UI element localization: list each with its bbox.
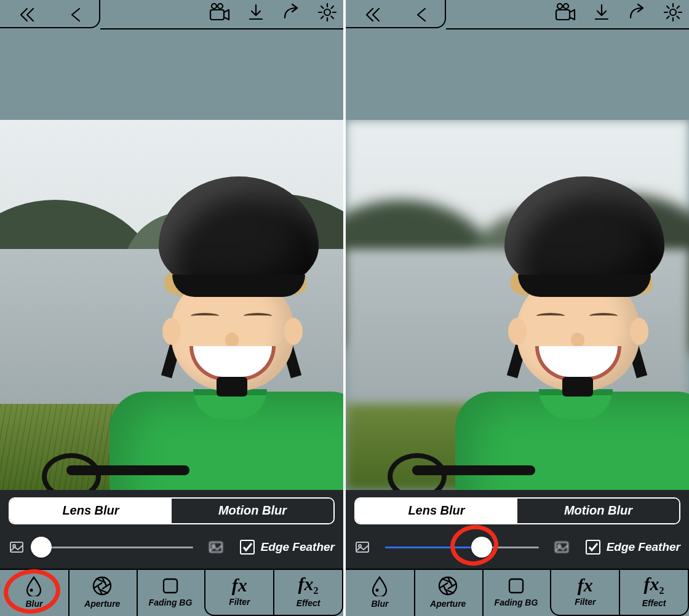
camera-icon[interactable] (554, 2, 576, 25)
mode-aperture-label: Aperture (84, 599, 120, 609)
svg-point-12 (557, 4, 562, 9)
mode-fadingbg[interactable]: Fading BG (482, 569, 551, 616)
photo-canvas[interactable] (346, 120, 689, 490)
mode-blur-label: Blur (25, 599, 42, 609)
image-min-icon (9, 539, 25, 555)
mode-fadingbg-label: Fading BG (495, 598, 538, 607)
image-max-icon (554, 539, 570, 555)
pane-right: Lens Blur Motion Blur Edge Feather (346, 0, 689, 616)
image-max-icon (208, 539, 224, 555)
top-bar (0, 0, 343, 30)
drop-icon (25, 575, 43, 596)
fx2-icon: fx2 (298, 575, 319, 596)
mode-effect-label: Effect (642, 598, 666, 608)
canvas-background (346, 30, 689, 120)
mode-filter-label: Filter (229, 597, 250, 607)
svg-rect-0 (210, 10, 224, 20)
segment-lens-blur[interactable]: Lens Blur (10, 499, 172, 523)
camera-icon[interactable] (208, 2, 230, 25)
active-mode-indicator (374, 563, 385, 569)
back-all-button[interactable] (4, 1, 52, 28)
mode-effect[interactable]: fx2 Effect (619, 569, 688, 615)
edge-feather-label: Edge Feather (261, 540, 335, 554)
square-icon (507, 577, 525, 595)
pane-left: Lens Blur Motion Blur Edge Feather (0, 0, 343, 616)
aperture-icon (92, 575, 113, 596)
edge-feather-checkbox[interactable] (240, 540, 255, 555)
segment-motion-blur[interactable]: Motion Blur (172, 499, 333, 523)
svg-point-1 (212, 4, 217, 9)
canvas-background (0, 30, 343, 120)
download-icon[interactable] (247, 3, 265, 24)
controls-panel: Lens Blur Motion Blur Edge Feather (0, 490, 343, 569)
segment-motion-blur[interactable]: Motion Blur (517, 499, 679, 523)
fx-icon: fx (578, 576, 593, 594)
svg-rect-11 (556, 10, 570, 20)
controls-panel: Lens Blur Motion Blur Edge Feather (346, 490, 689, 569)
top-bar (346, 0, 689, 30)
download-icon[interactable] (593, 3, 610, 24)
fx-icon: fx (232, 576, 247, 594)
share-icon[interactable] (627, 3, 646, 24)
mode-filter[interactable]: fx Filter (551, 569, 619, 615)
mode-fadingbg-label: Fading BG (149, 598, 193, 607)
settings-icon[interactable] (663, 2, 683, 25)
photo-canvas[interactable] (0, 120, 343, 490)
fx2-icon: fx2 (644, 575, 664, 596)
mode-filter-label: Filter (575, 597, 595, 607)
blur-type-segmented: Lens Blur Motion Blur (354, 497, 680, 524)
mode-aperture[interactable]: Aperture (68, 569, 137, 616)
svg-point-19 (376, 589, 379, 592)
image-min-icon (354, 539, 370, 555)
settings-icon[interactable] (317, 2, 337, 25)
square-icon (161, 577, 180, 595)
svg-point-13 (564, 4, 568, 9)
aperture-icon (437, 575, 458, 596)
svg-point-3 (324, 9, 330, 15)
mode-effect-label: Effect (297, 598, 321, 608)
svg-rect-21 (509, 579, 523, 593)
svg-point-2 (218, 4, 223, 9)
mode-blur[interactable]: Blur (346, 569, 414, 616)
edge-feather-checkbox[interactable] (586, 540, 600, 555)
blur-amount-slider[interactable] (379, 537, 545, 558)
mode-bar: Blur Aperture Fading BG fx Filter fx2 Ef… (0, 569, 343, 616)
mode-aperture[interactable]: Aperture (414, 569, 482, 616)
mode-blur-label: Blur (371, 599, 388, 609)
mode-blur[interactable]: Blur (0, 569, 68, 616)
svg-rect-10 (164, 579, 177, 593)
back-button[interactable] (52, 1, 100, 28)
blur-amount-slider[interactable] (33, 537, 199, 558)
blur-type-segmented: Lens Blur Motion Blur (9, 497, 335, 524)
drop-icon (370, 575, 389, 596)
mode-filter[interactable]: fx Filter (205, 569, 273, 615)
svg-point-14 (670, 9, 676, 15)
active-mode-indicator (28, 563, 39, 569)
share-icon[interactable] (282, 3, 300, 24)
mode-aperture-label: Aperture (430, 599, 466, 609)
edge-feather-label: Edge Feather (607, 540, 680, 554)
segment-lens-blur[interactable]: Lens Blur (356, 499, 517, 523)
back-button[interactable] (397, 1, 445, 28)
mode-effect[interactable]: fx2 Effect (273, 569, 342, 615)
back-all-button[interactable] (349, 1, 397, 28)
svg-point-8 (30, 589, 33, 592)
mode-bar: Blur Aperture Fading BG fx Filter fx2 Ef… (346, 569, 689, 616)
mode-fadingbg[interactable]: Fading BG (137, 569, 205, 616)
